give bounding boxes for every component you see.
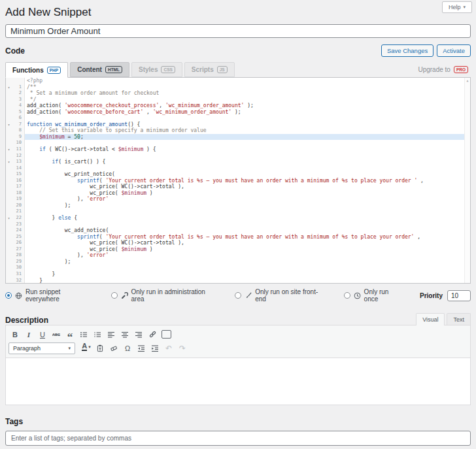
code-editor[interactable]: <?php▾1/**2 * Set a minimum order amount… [5,77,471,284]
tags-input[interactable] [5,431,471,446]
bold-button[interactable]: B [8,329,22,341]
code-line[interactable]: sprintf( 'Your current order total is %s… [25,234,470,241]
code-line[interactable]: wc_price( WC()->cart->total ), [25,184,470,190]
strikethrough-button[interactable]: ABC [50,329,63,341]
italic-button[interactable]: I [22,329,35,341]
align-right-button[interactable] [132,329,145,341]
special-character-button[interactable]: Ω [121,342,134,354]
code-line[interactable] [25,165,470,172]
code-line[interactable] [25,115,470,122]
fullscreen-button[interactable] [160,329,173,341]
bulleted-list-button[interactable] [77,329,90,341]
scroll-up-icon[interactable]: ▲ [465,78,470,82]
fold-gutter [6,115,12,122]
link-button[interactable] [146,329,159,341]
code-line[interactable]: wc_price( $minimum ) [25,190,470,197]
tab-styles[interactable]: StylesCSS [131,62,182,77]
indent-button[interactable] [148,342,162,354]
fold-marker-icon[interactable]: ▾ [6,146,12,153]
code-line[interactable]: ), 'error' [25,196,470,203]
fold-marker-icon[interactable]: ▾ [6,122,12,128]
line-number: 26 [12,240,25,246]
save-changes-button[interactable]: Save Changes [381,44,434,57]
code-line[interactable]: } [25,271,470,278]
line-number [12,78,25,84]
fold-gutter [6,222,12,228]
scope-option-globe[interactable]: Run snippet everywhere [5,288,95,303]
text-color-button[interactable]: A ▾ [80,342,93,354]
radio-button[interactable] [111,292,118,299]
add-new-snippet-page: Add New Snippet Code Save Changes Activa… [0,0,476,449]
code-line[interactable]: /** [25,84,470,91]
page-title: Add New Snippet [5,0,471,24]
description-editor-content[interactable] [5,358,471,405]
code-line[interactable]: <?php [25,78,470,84]
code-line[interactable]: wc_price( WC()->cart->total ), [25,240,470,246]
code-line[interactable]: // Set this variable to specify a minimu… [25,127,470,134]
tab-visual[interactable]: Visual [416,313,445,325]
radio-button[interactable] [235,292,241,299]
code-line[interactable]: ); [25,203,470,209]
chevron-down-icon: ▾ [463,5,466,10]
align-center-button[interactable] [118,329,131,341]
code-line[interactable]: wc_print_notice( [25,171,470,178]
align-left-button[interactable] [105,329,118,341]
paragraph-format-select[interactable]: Paragraph ▾ [8,342,75,354]
code-line[interactable] [25,208,470,215]
clear-formatting-button[interactable] [107,342,120,354]
code-line[interactable]: wc_add_notice( [25,227,470,234]
code-line[interactable]: add_action( 'woocommerce_before_cart' , … [25,109,470,116]
fold-gutter [6,234,12,241]
help-button[interactable]: Help ▾ [442,1,472,13]
line-number: 30 [12,265,25,271]
paste-as-text-button[interactable] [94,342,107,354]
redo-button[interactable]: ↷ [176,342,189,354]
line-number: 4 [12,103,25,109]
code-line[interactable]: function wc_minimum_order_amount() { [25,122,470,128]
scope-option-brush[interactable]: Only run on site front-end [235,288,328,303]
snippet-title-input[interactable] [5,24,471,38]
numbered-list-button[interactable] [91,329,104,341]
line-number: 29 [12,259,25,265]
code-line[interactable] [25,140,470,146]
scope-option-clock[interactable]: Only run once [344,288,404,303]
code-line[interactable] [25,222,470,228]
code-line[interactable] [25,265,470,271]
fold-marker-icon[interactable]: ▾ [6,159,12,165]
underline-button[interactable]: U [36,329,49,341]
scope-option-wrench[interactable]: Only run in administration area [111,288,220,303]
line-number: 27 [12,246,25,253]
undo-button[interactable]: ↶ [162,342,175,354]
code-line[interactable]: wc_price( $minimum ) [25,246,470,253]
code-line[interactable]: * Set a minimum order amount for checkou… [25,90,470,97]
fold-gutter [6,103,12,109]
radio-button[interactable] [344,292,350,299]
editor-scrollbar[interactable]: ▲ [464,78,470,283]
code-line[interactable]: ); [25,259,470,265]
radio-button[interactable] [5,292,12,299]
fold-marker-icon[interactable]: ▾ [6,84,12,91]
upgrade-to-pro-link[interactable]: Upgrade to PRO [418,66,471,77]
fold-marker-icon[interactable]: ▾ [6,215,12,222]
code-line[interactable]: add_action( 'woocommerce_checkout_proces… [25,103,470,109]
blockquote-button[interactable]: “ [63,329,76,341]
tab-text[interactable]: Text [447,313,471,325]
code-editor-row: 26 wc_price( WC()->cart->total ), [6,240,470,246]
code-line[interactable]: if ( WC()->cart->total < $minimum ) { [25,146,470,153]
code-editor-row: ▾1/** [6,84,470,91]
code-line[interactable]: $minimum = 50; [25,134,470,141]
code-line[interactable]: ), 'error' [25,252,470,259]
outdent-button[interactable] [135,342,148,354]
tab-functions[interactable]: FunctionsPHP [5,62,68,78]
eraser-icon [110,344,118,352]
code-line[interactable]: sprintf( 'Your current order total is %s… [25,178,470,184]
code-line[interactable]: */ [25,97,470,103]
priority-input[interactable] [447,290,471,301]
code-line[interactable]: } else { [25,215,470,222]
code-line[interactable] [25,153,470,159]
tab-content[interactable]: ContentHTML [70,62,129,77]
tab-scripts[interactable]: ScriptsJS [184,62,235,77]
code-line[interactable]: if( is_cart() ) { [25,159,470,165]
code-line[interactable]: } [25,278,470,284]
activate-button[interactable]: Activate [437,44,471,57]
